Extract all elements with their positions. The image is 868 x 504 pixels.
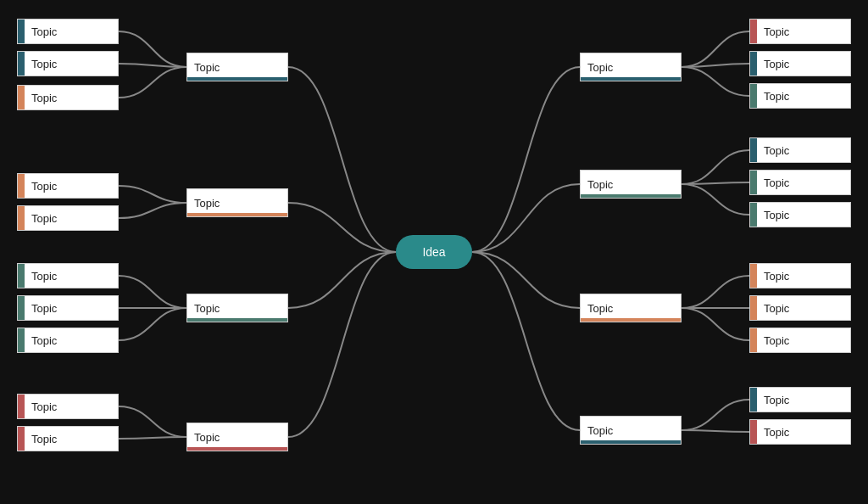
- topic-label: Topic: [194, 431, 220, 444]
- topic-label: Topic: [755, 90, 789, 103]
- leaf-topic-box[interactable]: Topic: [749, 19, 851, 44]
- topic-label: Topic: [587, 424, 613, 437]
- leaf-topic-box[interactable]: Topic: [17, 426, 119, 451]
- topic-label: Topic: [23, 180, 57, 193]
- topic-label: Topic: [755, 394, 789, 406]
- mid-topic-box[interactable]: Topic: [580, 170, 682, 199]
- topic-label: Topic: [755, 176, 789, 189]
- topic-label: Topic: [23, 25, 57, 38]
- topic-label: Topic: [23, 92, 57, 104]
- leaf-topic-box[interactable]: Topic: [17, 19, 119, 44]
- topic-label: Topic: [23, 212, 57, 225]
- topic-label: Topic: [23, 400, 57, 413]
- mid-topic-box[interactable]: Topic: [580, 294, 682, 322]
- leaf-topic-box[interactable]: Topic: [749, 295, 851, 321]
- leaf-topic-box[interactable]: Topic: [749, 137, 851, 163]
- center-node[interactable]: Idea: [396, 235, 472, 269]
- topic-label: Topic: [23, 270, 57, 283]
- mid-topic-box[interactable]: Topic: [580, 53, 682, 81]
- topic-label: Topic: [194, 61, 220, 74]
- mid-topic-box[interactable]: Topic: [186, 53, 288, 81]
- topic-label: Topic: [755, 334, 789, 347]
- leaf-topic-box[interactable]: Topic: [17, 51, 119, 76]
- leaf-topic-box[interactable]: Topic: [749, 419, 851, 445]
- leaf-topic-box[interactable]: Topic: [749, 202, 851, 227]
- leaf-topic-box[interactable]: Topic: [749, 263, 851, 288]
- topic-label: Topic: [587, 302, 613, 315]
- leaf-topic-box[interactable]: Topic: [17, 85, 119, 110]
- mid-topic-box[interactable]: Topic: [186, 188, 288, 217]
- topic-label: Topic: [755, 302, 789, 315]
- leaf-topic-box[interactable]: Topic: [17, 328, 119, 353]
- leaf-topic-box[interactable]: Topic: [17, 205, 119, 231]
- mid-topic-box[interactable]: Topic: [580, 416, 682, 445]
- mid-topic-box[interactable]: Topic: [186, 423, 288, 451]
- topic-label: Topic: [587, 61, 613, 74]
- leaf-topic-box[interactable]: Topic: [749, 51, 851, 76]
- topic-label: Topic: [194, 302, 220, 315]
- topic-label: Topic: [755, 25, 789, 38]
- mid-topic-box[interactable]: Topic: [186, 294, 288, 322]
- leaf-topic-box[interactable]: Topic: [17, 263, 119, 288]
- topic-label: Topic: [755, 270, 789, 283]
- topic-label: Topic: [23, 58, 57, 70]
- leaf-topic-box[interactable]: Topic: [749, 387, 851, 412]
- topic-label: Topic: [755, 426, 789, 439]
- topic-label: Topic: [23, 433, 57, 445]
- center-label: Idea: [422, 245, 445, 259]
- leaf-topic-box[interactable]: Topic: [749, 170, 851, 195]
- topic-label: Topic: [755, 144, 789, 157]
- topic-label: Topic: [755, 58, 789, 70]
- leaf-topic-box[interactable]: Topic: [17, 173, 119, 199]
- topic-label: Topic: [587, 178, 613, 191]
- leaf-topic-box[interactable]: Topic: [749, 83, 851, 109]
- topic-label: Topic: [23, 334, 57, 347]
- leaf-topic-box[interactable]: Topic: [17, 394, 119, 419]
- topic-label: Topic: [23, 302, 57, 315]
- topic-label: Topic: [194, 197, 220, 210]
- topic-label: Topic: [755, 209, 789, 221]
- leaf-topic-box[interactable]: Topic: [749, 328, 851, 353]
- leaf-topic-box[interactable]: Topic: [17, 295, 119, 321]
